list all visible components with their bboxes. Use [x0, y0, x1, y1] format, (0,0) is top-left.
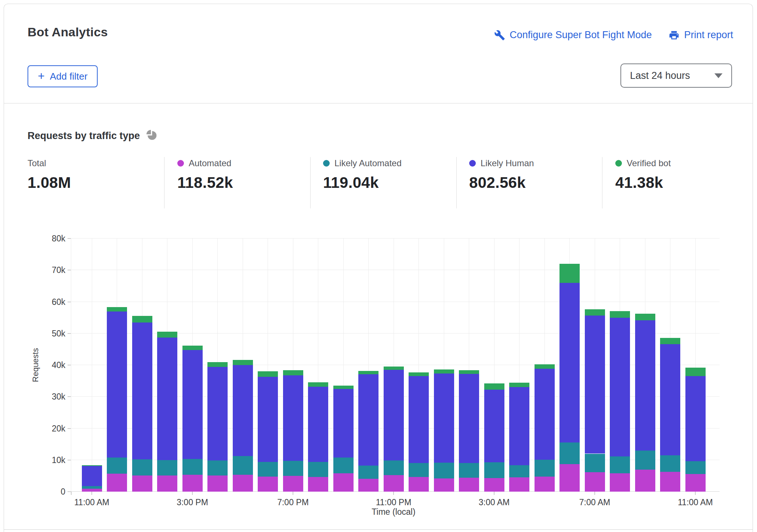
x-tick-label: 3:00 PM [177, 498, 208, 507]
bar-segment-automated [258, 477, 278, 492]
bar-segment-likely-automated [283, 461, 303, 476]
h-gridline [71, 302, 720, 302]
y-tick-label: 0 [36, 487, 65, 497]
stat-verified-bot: Verified bot 41.38k [615, 158, 671, 192]
add-filter-button[interactable]: + Add filter [28, 65, 98, 87]
bar-segment-automated [559, 464, 580, 492]
bar-segment-likely-human [258, 377, 278, 462]
bar-segment-automated [585, 472, 605, 492]
bar-segment-likely-automated [484, 462, 504, 478]
stat-total-value: 1.08M [28, 174, 71, 192]
stat-verified-bot-value: 41.38k [615, 174, 671, 192]
header-actions: Configure Super Bot Fight Mode Print rep… [494, 29, 733, 41]
bar-segment-likely-automated [82, 486, 102, 489]
bar-segment-likely-human [509, 387, 529, 465]
wrench-icon [494, 30, 505, 41]
time-range-select[interactable]: Last 24 hours [620, 63, 732, 88]
automated-legend-dot-icon [177, 160, 184, 167]
bar-segment-automated [535, 477, 555, 492]
bar-segment-likely-automated [509, 465, 529, 477]
likely-automated-legend-dot-icon [323, 160, 330, 167]
bar-segment-likely-automated [585, 454, 605, 473]
bar-segment-automated [685, 474, 706, 492]
likely-human-legend-dot-icon [469, 160, 476, 167]
bar-segment-likely-automated [157, 460, 177, 475]
stat-automated-value: 118.52k [177, 174, 233, 192]
bar-segment-likely-human [610, 318, 630, 456]
x-tick-mark [494, 492, 495, 495]
bar-segment-automated [207, 475, 228, 492]
bar-segment-verified-bot [132, 316, 152, 322]
section-bottom-divider [4, 529, 753, 530]
bar-segment-verified-bot [610, 311, 630, 318]
y-tick-label: 20k [36, 424, 65, 434]
bar-segment-likely-human [82, 466, 102, 486]
stat-divider [310, 157, 311, 208]
bar-segment-likely-human [358, 374, 378, 466]
x-tick-mark [91, 492, 92, 495]
bar-segment-likely-automated [132, 459, 152, 475]
print-report-link[interactable]: Print report [669, 29, 733, 41]
x-tick-label: 11:00 PM [376, 498, 412, 507]
y-tick-mark [68, 396, 71, 397]
time-range-value: Last 24 hours [630, 70, 690, 81]
bar-segment-verified-bot [459, 370, 479, 374]
bar-segment-likely-automated [459, 463, 479, 478]
bar-segment-likely-human [660, 344, 680, 455]
stat-total: Total 1.08M [28, 158, 71, 192]
bar-segment-likely-automated [409, 463, 429, 477]
bar-segment-likely-automated [635, 451, 655, 470]
bar-segment-automated [484, 478, 504, 492]
bar-segment-verified-bot [358, 371, 378, 374]
bar-segment-likely-automated [308, 462, 328, 477]
bar-segment-likely-automated [107, 458, 127, 474]
y-tick-mark [68, 270, 71, 270]
bar-segment-likely-automated [182, 459, 203, 475]
stat-total-label: Total [28, 158, 46, 168]
bar-segment-automated [182, 475, 203, 492]
y-tick-mark [68, 365, 71, 365]
stat-likely-automated-value: 119.04k [323, 174, 402, 192]
x-axis-title: Time (local) [372, 507, 415, 517]
bar-segment-verified-bot [635, 314, 655, 320]
header-divider [4, 103, 753, 103]
bar-segment-verified-bot [233, 360, 253, 365]
bar-segment-likely-human [132, 323, 152, 459]
y-axis-line [71, 238, 71, 492]
bar-segment-likely-human [207, 367, 228, 460]
bar-segment-verified-bot [308, 382, 328, 386]
y-tick-label: 40k [36, 360, 65, 370]
stat-automated: Automated 118.52k [177, 158, 233, 192]
x-tick-label: 7:00 PM [277, 498, 309, 507]
bar-segment-automated [358, 479, 378, 492]
bar-segment-automated [132, 475, 152, 492]
stat-likely-automated-label: Likely Automated [334, 158, 402, 168]
y-tick-mark [68, 491, 71, 492]
stat-likely-automated: Likely Automated 119.04k [323, 158, 402, 192]
bar-segment-verified-bot [509, 383, 529, 387]
bar-segment-verified-bot [283, 370, 303, 376]
bar-segment-automated [509, 477, 529, 492]
configure-super-bot-fight-mode-link[interactable]: Configure Super Bot Fight Mode [494, 29, 652, 41]
verified-bot-legend-dot-icon [615, 160, 622, 167]
bar-segment-automated [107, 474, 127, 492]
y-tick-mark [68, 302, 71, 302]
bar-segment-likely-human [233, 365, 253, 456]
x-tick-label: 7:00 AM [579, 498, 610, 507]
x-tick-mark [192, 492, 193, 495]
bar-segment-verified-bot [258, 371, 278, 377]
y-tick-label: 60k [36, 297, 65, 307]
bar-segment-likely-automated [358, 466, 378, 478]
bar-segment-verified-bot [535, 364, 555, 369]
bar-segment-likely-automated [258, 462, 278, 477]
pie-chart-icon [146, 129, 157, 142]
x-tick-mark [594, 492, 595, 495]
bar-segment-verified-bot [585, 309, 605, 316]
bar-segment-likely-human [283, 375, 303, 461]
y-tick-mark [68, 238, 71, 239]
x-tick-label: 11:00 AM [678, 498, 713, 507]
plus-icon: + [38, 70, 45, 82]
bar-segment-verified-bot [434, 369, 454, 374]
bar-segment-likely-human [333, 389, 354, 458]
bar-segment-likely-human [635, 320, 655, 451]
